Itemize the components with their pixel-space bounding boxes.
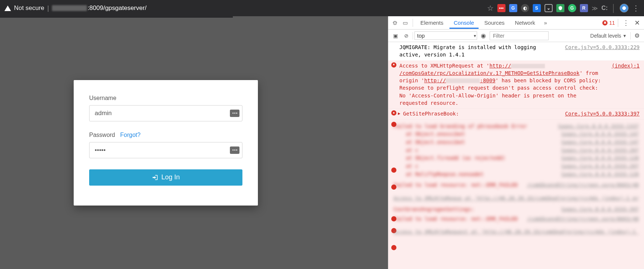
tab-network[interactable]: Network bbox=[511, 17, 540, 29]
grammarly-icon[interactable]: G bbox=[568, 4, 576, 12]
browser-extensions: ☆ ••• G ◐ S ⌄ G R ≫ C: │ ⋮ bbox=[487, 4, 640, 13]
tab-elements[interactable]: Elements bbox=[416, 17, 448, 29]
url-host bbox=[52, 5, 87, 11]
console-log-row[interactable]: JQMIGRATE: Migrate is installed with log… bbox=[388, 42, 644, 61]
password-label: Password bbox=[89, 132, 115, 138]
console-error-row[interactable]: Access to XMLHttpRequest at 'http:///com… bbox=[388, 61, 644, 109]
devtools-panel: ⯐ ▭ Elements Console Sources Network » ✖… bbox=[388, 16, 644, 269]
pocket-icon[interactable]: ⌄ bbox=[545, 4, 553, 12]
username-label: Username bbox=[89, 95, 116, 101]
separator: │ bbox=[612, 4, 616, 13]
expand-caret-icon[interactable]: ▶ bbox=[398, 111, 400, 117]
console-toolbar: ▣ ⊘ top ◉ Default levels ▼ ⚙ bbox=[388, 30, 644, 42]
shield-icon[interactable] bbox=[556, 4, 564, 12]
device-toggle-icon[interactable]: ▭ bbox=[401, 20, 410, 26]
log-message: Access to XMLHttpRequest at 'http:///com… bbox=[399, 62, 606, 107]
sidebar-toggle-icon[interactable]: ▣ bbox=[391, 33, 400, 39]
page-viewport: Username Password Forgot? Log In bbox=[0, 16, 388, 269]
warning-icon bbox=[4, 6, 11, 11]
tab-sources[interactable]: Sources bbox=[480, 17, 509, 29]
inspect-icon[interactable]: ⯐ bbox=[391, 20, 399, 26]
keyboard-icon[interactable] bbox=[230, 110, 239, 117]
live-expression-icon[interactable]: ◉ bbox=[479, 32, 488, 39]
clear-console-icon[interactable]: ⊘ bbox=[402, 33, 411, 39]
login-button-label: Log In bbox=[161, 173, 180, 181]
console-errors-redacted: Failed to load branding of phrasebook Er… bbox=[388, 120, 644, 269]
error-circle-icon: ✖ bbox=[602, 20, 608, 25]
log-source[interactable]: Core.js?v=5.0.0.3333:397 bbox=[559, 110, 640, 117]
extension-icon[interactable]: C: bbox=[602, 5, 608, 11]
log-source[interactable]: (index):1 bbox=[606, 62, 640, 107]
chevron-down-icon[interactable]: ≫ bbox=[592, 5, 598, 12]
security-label: Not secure bbox=[14, 4, 44, 12]
login-arrow-icon bbox=[152, 174, 158, 181]
extension-icon[interactable]: ◐ bbox=[521, 4, 529, 12]
bookmark-star-icon[interactable]: ☆ bbox=[487, 4, 494, 13]
url-path[interactable]: :8009/gpsgateserver/ bbox=[88, 4, 147, 12]
devtools-menu-icon[interactable]: ⋮ bbox=[621, 19, 631, 27]
login-card: Username Password Forgot? Log In bbox=[74, 80, 258, 206]
security-indicator[interactable]: Not secure bbox=[4, 4, 44, 12]
log-message: GetSitePhraseBook: bbox=[403, 110, 559, 117]
username-input[interactable] bbox=[89, 105, 242, 121]
error-count: 11 bbox=[609, 20, 615, 26]
console-error-row[interactable]: ▶ GetSitePhraseBook: Core.js?v=5.0.0.333… bbox=[388, 108, 644, 119]
url-separator: | bbox=[47, 4, 49, 12]
password-input[interactable] bbox=[89, 142, 242, 158]
console-settings-icon[interactable]: ⚙ bbox=[632, 32, 642, 39]
context-select[interactable]: top bbox=[414, 31, 477, 40]
profile-avatar[interactable] bbox=[620, 4, 629, 13]
browser-address-bar: Not secure | :8009/gpsgateserver/ ☆ ••• … bbox=[0, 0, 644, 16]
login-button[interactable]: Log In bbox=[89, 169, 242, 186]
keyboard-icon[interactable] bbox=[230, 146, 239, 154]
browser-menu-icon[interactable]: ⋮ bbox=[632, 4, 640, 13]
tab-console[interactable]: Console bbox=[449, 17, 479, 29]
filter-input[interactable] bbox=[490, 31, 549, 40]
devtools-close-icon[interactable]: ✕ bbox=[632, 19, 642, 27]
extension-icon[interactable]: R bbox=[580, 4, 588, 12]
devtools-tabs: ⯐ ▭ Elements Console Sources Network » ✖… bbox=[388, 16, 644, 30]
more-tabs-icon[interactable]: » bbox=[541, 20, 550, 26]
google-translate-icon[interactable]: G bbox=[509, 4, 517, 12]
log-message: JQMIGRATE: Migrate is installed with log… bbox=[399, 44, 559, 59]
error-badge[interactable]: ✖ 11 bbox=[602, 20, 615, 26]
log-source[interactable]: Core.js?v=5.0.0.3333:229 bbox=[559, 44, 640, 59]
log-levels-select[interactable]: Default levels ▼ bbox=[590, 33, 627, 39]
extension-icon[interactable]: ••• bbox=[497, 4, 505, 12]
forgot-link[interactable]: Forgot? bbox=[120, 132, 140, 138]
console-output[interactable]: JQMIGRATE: Migrate is installed with log… bbox=[388, 42, 644, 269]
extension-icon[interactable]: S bbox=[533, 4, 541, 12]
